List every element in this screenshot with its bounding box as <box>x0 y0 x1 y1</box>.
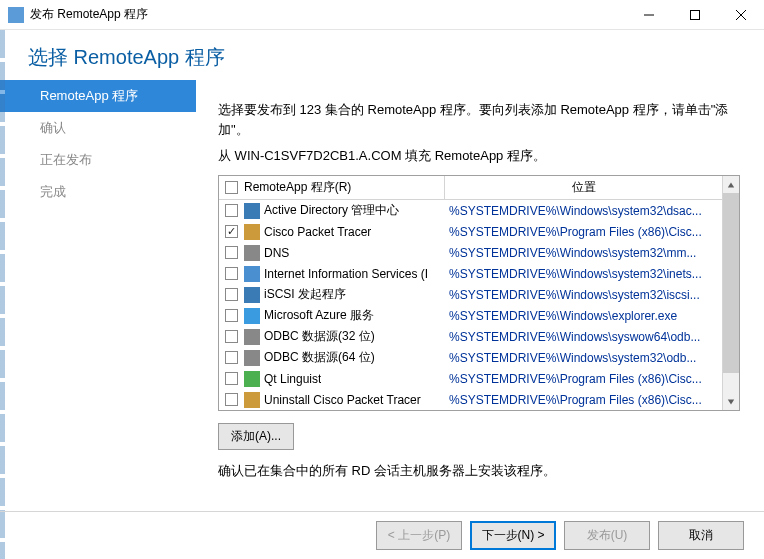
description-1: 选择要发布到 123 集合的 RemoteApp 程序。要向列表添加 Remot… <box>218 100 744 139</box>
app-item-location: %SYSTEMDRIVE%\Program Files (x86)\Cisc..… <box>445 225 722 239</box>
scroll-up-button[interactable] <box>723 176 739 193</box>
app-item-icon <box>244 245 260 261</box>
app-item-icon <box>244 350 260 366</box>
maximize-button[interactable] <box>672 0 718 30</box>
list-item[interactable]: Internet Information Services (I%SYSTEMD… <box>219 263 722 284</box>
wizard-step-3[interactable]: 完成 <box>0 176 196 208</box>
row-checkbox[interactable] <box>225 393 238 406</box>
app-item-location: %SYSTEMDRIVE%\Windows\system32\dsac... <box>445 204 722 218</box>
list-header: RemoteApp 程序(R) 位置 <box>219 176 722 200</box>
row-checkbox[interactable] <box>225 372 238 385</box>
column-header-name-label: RemoteApp 程序(R) <box>244 179 351 196</box>
app-item-name: Uninstall Cisco Packet Tracer <box>264 393 421 407</box>
wizard-steps: RemoteApp 程序确认正在发布完成 <box>0 30 196 510</box>
list-item[interactable]: Uninstall Cisco Packet Tracer%SYSTEMDRIV… <box>219 389 722 410</box>
column-header-name[interactable]: RemoteApp 程序(R) <box>219 176 445 199</box>
app-item-name: Microsoft Azure 服务 <box>264 307 374 324</box>
publish-button[interactable]: 发布(U) <box>564 521 650 550</box>
row-checkbox[interactable] <box>225 204 238 217</box>
list-item[interactable]: Microsoft Azure 服务%SYSTEMDRIVE%\Windows\… <box>219 305 722 326</box>
app-item-location: %SYSTEMDRIVE%\Program Files (x86)\Cisc..… <box>445 393 722 407</box>
wizard-step-2[interactable]: 正在发布 <box>0 144 196 176</box>
titlebar: 发布 RemoteApp 程序 <box>0 0 764 30</box>
list-item[interactable]: Active Directory 管理中心%SYSTEMDRIVE%\Windo… <box>219 200 722 221</box>
window-controls <box>626 0 764 30</box>
app-item-icon <box>244 203 260 219</box>
column-header-location[interactable]: 位置 <box>445 176 722 199</box>
window-title: 发布 RemoteApp 程序 <box>30 6 626 23</box>
list-item[interactable]: DNS%SYSTEMDRIVE%\Windows\system32\mm... <box>219 242 722 263</box>
page-heading: 选择 RemoteApp 程序 <box>0 30 225 71</box>
list-item[interactable]: ODBC 数据源(64 位)%SYSTEMDRIVE%\Windows\syst… <box>219 347 722 368</box>
app-item-name: ODBC 数据源(32 位) <box>264 328 375 345</box>
app-item-icon <box>244 266 260 282</box>
description-2: 从 WIN-C1SVF7D2CB1.A.COM 填充 RemoteApp 程序。 <box>218 147 744 165</box>
app-item-name: iSCSI 发起程序 <box>264 286 346 303</box>
app-item-name: Internet Information Services (I <box>264 267 428 281</box>
vertical-scrollbar[interactable] <box>722 176 739 410</box>
app-item-name: Cisco Packet Tracer <box>264 225 371 239</box>
row-checkbox[interactable] <box>225 351 238 364</box>
scroll-thumb[interactable] <box>723 193 739 373</box>
app-item-icon <box>244 329 260 345</box>
footer: < 上一步(P) 下一步(N) > 发布(U) 取消 <box>0 511 764 559</box>
app-item-icon <box>244 287 260 303</box>
select-all-checkbox[interactable] <box>225 181 238 194</box>
list-item[interactable]: Cisco Packet Tracer%SYSTEMDRIVE%\Program… <box>219 221 722 242</box>
close-button[interactable] <box>718 0 764 30</box>
scroll-down-button[interactable] <box>723 393 739 410</box>
row-checkbox[interactable] <box>225 309 238 322</box>
app-item-icon <box>244 392 260 408</box>
app-item-location: %SYSTEMDRIVE%\Windows\system32\odb... <box>445 351 722 365</box>
next-button[interactable]: 下一步(N) > <box>470 521 556 550</box>
minimize-button[interactable] <box>626 0 672 30</box>
app-item-location: %SYSTEMDRIVE%\Windows\explorer.exe <box>445 309 722 323</box>
app-item-location: %SYSTEMDRIVE%\Windows\system32\mm... <box>445 246 722 260</box>
window-left-accent <box>0 30 5 559</box>
row-checkbox[interactable] <box>225 225 238 238</box>
add-button[interactable]: 添加(A)... <box>218 423 294 450</box>
app-item-name: Active Directory 管理中心 <box>264 202 399 219</box>
app-item-name: DNS <box>264 246 289 260</box>
content-pane: 选择要发布到 123 集合的 RemoteApp 程序。要向列表添加 Remot… <box>196 30 764 510</box>
prev-button[interactable]: < 上一步(P) <box>376 521 462 550</box>
wizard-step-1[interactable]: 确认 <box>0 112 196 144</box>
app-item-icon <box>244 224 260 240</box>
app-list: RemoteApp 程序(R) 位置 Active Directory 管理中心… <box>218 175 740 411</box>
app-item-location: %SYSTEMDRIVE%\Windows\system32\inets... <box>445 267 722 281</box>
row-checkbox[interactable] <box>225 330 238 343</box>
row-checkbox[interactable] <box>225 288 238 301</box>
row-checkbox[interactable] <box>225 267 238 280</box>
main-area: RemoteApp 程序确认正在发布完成 选择要发布到 123 集合的 Remo… <box>0 30 764 510</box>
app-item-name: Qt Linguist <box>264 372 321 386</box>
wizard-step-0[interactable]: RemoteApp 程序 <box>0 80 196 112</box>
app-item-location: %SYSTEMDRIVE%\Program Files (x86)\Cisc..… <box>445 372 722 386</box>
app-item-icon <box>244 308 260 324</box>
app-item-icon <box>244 371 260 387</box>
app-item-name: ODBC 数据源(64 位) <box>264 349 375 366</box>
app-item-location: %SYSTEMDRIVE%\Windows\system32\iscsi... <box>445 288 722 302</box>
list-item[interactable]: iSCSI 发起程序%SYSTEMDRIVE%\Windows\system32… <box>219 284 722 305</box>
scroll-track[interactable] <box>723 193 739 393</box>
row-checkbox[interactable] <box>225 246 238 259</box>
list-item[interactable]: ODBC 数据源(32 位)%SYSTEMDRIVE%\Windows\sysw… <box>219 326 722 347</box>
cancel-button[interactable]: 取消 <box>658 521 744 550</box>
svg-rect-1 <box>691 10 700 19</box>
app-icon <box>8 7 24 23</box>
install-note: 确认已在集合中的所有 RD 会话主机服务器上安装该程序。 <box>218 462 744 480</box>
list-item[interactable]: Qt Linguist%SYSTEMDRIVE%\Program Files (… <box>219 368 722 389</box>
app-item-location: %SYSTEMDRIVE%\Windows\syswow64\odb... <box>445 330 722 344</box>
